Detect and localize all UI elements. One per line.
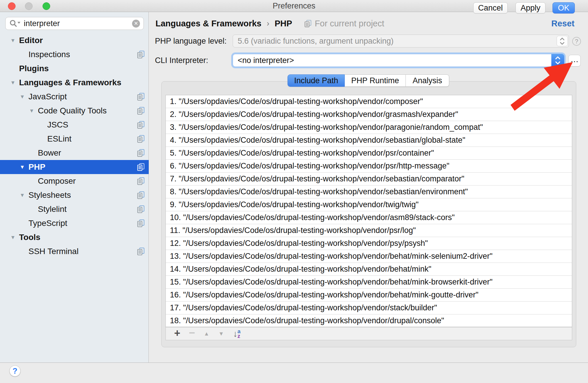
per-project-copy-icon <box>137 135 145 145</box>
include-path-row[interactable]: 9. "/Users/opdavies/Code/os/drupal-testi… <box>166 198 572 211</box>
language-level-label: PHP language level: <box>155 35 227 47</box>
sidebar-item-label: Inspections <box>28 50 70 59</box>
include-path-row[interactable]: 8. "/Users/opdavies/Code/os/drupal-testi… <box>166 185 572 198</box>
sidebar-item-label: Plugins <box>19 64 49 73</box>
sidebar-item-stylesheets[interactable]: ▼Stylesheets <box>0 188 149 202</box>
per-project-copy-icon <box>137 248 145 257</box>
sort-alphabetically-button[interactable]: ↓ a z <box>229 329 245 339</box>
include-path-row[interactable]: 13. "/Users/opdavies/Code/os/drupal-test… <box>166 250 572 263</box>
per-project-copy-icon <box>137 205 145 215</box>
add-path-button[interactable]: + <box>170 327 185 339</box>
tab-include-path[interactable]: Include Path <box>288 74 345 87</box>
footer-bar: ? <box>0 362 588 383</box>
include-path-row[interactable]: 18. "/Users/opdavies/Code/os/drupal-test… <box>166 314 572 327</box>
language-level-value: 5.6 (variadic functions, argument unpack… <box>238 37 393 45</box>
chevron-up-icon <box>560 38 565 41</box>
move-down-button: ▼ <box>214 331 229 337</box>
annotation-arrow <box>499 56 581 117</box>
sidebar-item-composer[interactable]: Composer <box>0 174 149 188</box>
settings-sidebar: interpreter ✕ ▼EditorInspections Plugins… <box>0 12 149 362</box>
include-path-row[interactable]: 16. "/Users/opdavies/Code/os/drupal-test… <box>166 289 572 302</box>
sidebar-item-label: PHP <box>28 162 45 172</box>
tab-php-runtime[interactable]: PHP Runtime <box>345 74 406 87</box>
sidebar-item-label: JavaScript <box>28 92 67 101</box>
tab-analysis[interactable]: Analysis <box>406 74 449 87</box>
move-up-button: ▲ <box>199 331 214 337</box>
per-project-copy-icon <box>137 219 145 229</box>
per-project-copy-icon <box>137 177 145 187</box>
search-value: interpreter <box>24 19 132 28</box>
collapse-arrow-icon[interactable]: ▼ <box>10 234 19 241</box>
collapse-arrow-icon[interactable]: ▼ <box>20 164 28 170</box>
cli-interpreter-label: CLI Interpreter: <box>155 54 208 67</box>
language-level-stepper[interactable] <box>557 36 568 46</box>
sidebar-item-ssh-terminal[interactable]: SSH Terminal <box>0 244 149 258</box>
reset-link[interactable]: Reset <box>551 19 575 28</box>
search-input[interactable]: interpreter ✕ <box>5 17 144 30</box>
per-project-copy-icon <box>137 191 145 201</box>
include-path-row[interactable]: 17. "/Users/opdavies/Code/os/drupal-test… <box>166 302 572 314</box>
sidebar-item-editor[interactable]: ▼Editor <box>0 33 149 47</box>
sidebar-item-eslint[interactable]: ESLint <box>0 132 149 146</box>
sidebar-item-label: Stylelint <box>38 205 67 214</box>
include-path-row[interactable]: 4. "/Users/opdavies/Code/os/drupal-testi… <box>166 134 572 147</box>
include-path-list: 1. "/Users/opdavies/Code/os/drupal-testi… <box>165 95 572 327</box>
include-path-row[interactable]: 11. "/Users/opdavies/Code/os/drupal-test… <box>166 224 572 237</box>
sidebar-item-bower[interactable]: Bower <box>0 146 149 160</box>
include-path-toolbar: + − ▲ ▼ ↓ a z <box>165 327 572 340</box>
sidebar-item-typescript[interactable]: TypeScript <box>0 216 149 230</box>
breadcrumb-current: PHP <box>275 19 292 28</box>
close-button[interactable] <box>8 2 16 10</box>
include-path-row[interactable]: 3. "/Users/opdavies/Code/os/drupal-testi… <box>166 121 572 134</box>
sidebar-item-inspections[interactable]: Inspections <box>0 47 149 62</box>
include-path-row[interactable]: 14. "/Users/opdavies/Code/os/drupal-test… <box>166 263 572 276</box>
collapse-arrow-icon[interactable]: ▼ <box>29 108 38 114</box>
cli-interpreter-value: <no interpreter> <box>238 56 294 65</box>
include-path-row[interactable]: 10. "/Users/opdavies/Code/os/drupal-test… <box>166 211 572 224</box>
sidebar-item-php[interactable]: ▼PHP <box>0 160 149 174</box>
include-path-row[interactable]: 12. "/Users/opdavies/Code/os/drupal-test… <box>166 237 572 250</box>
per-project-copy-icon <box>137 51 145 60</box>
sidebar-item-label: SSH Terminal <box>28 247 79 256</box>
ok-button[interactable]: OK <box>552 2 575 13</box>
collapse-arrow-icon[interactable]: ▼ <box>20 192 28 198</box>
sidebar-item-plugins[interactable]: Plugins <box>0 62 149 76</box>
sidebar-item-label: ESLint <box>47 134 72 144</box>
collapse-arrow-icon[interactable]: ▼ <box>10 80 19 86</box>
search-icon <box>9 19 21 28</box>
collapse-arrow-icon[interactable]: ▼ <box>20 94 28 100</box>
breadcrumb-separator: › <box>267 19 269 28</box>
breadcrumb-parent[interactable]: Languages & Frameworks <box>156 19 261 28</box>
language-level-select[interactable]: 5.6 (variadic functions, argument unpack… <box>233 35 569 47</box>
scope-indicator: For current project <box>304 19 384 28</box>
sidebar-item-label: Bower <box>38 148 61 158</box>
cancel-button[interactable]: Cancel <box>473 2 508 13</box>
sidebar-item-stylelint[interactable]: Stylelint <box>0 202 149 216</box>
sidebar-item-javascript[interactable]: ▼JavaScript <box>0 90 149 104</box>
include-path-row[interactable]: 6. "/Users/opdavies/Code/os/drupal-testi… <box>166 160 572 173</box>
sidebar-item-label: Code Quality Tools <box>38 106 107 115</box>
sidebar-item-code-quality-tools[interactable]: ▼Code Quality Tools <box>0 104 149 118</box>
include-path-row[interactable]: 15. "/Users/opdavies/Code/os/drupal-test… <box>166 276 572 289</box>
language-level-help-icon[interactable]: ? <box>572 37 581 46</box>
apply-button[interactable]: Apply <box>516 2 545 13</box>
include-path-row[interactable]: 5. "/Users/opdavies/Code/os/drupal-testi… <box>166 147 572 160</box>
sidebar-item-label: Languages & Frameworks <box>19 78 121 87</box>
sidebar-item-label: JSCS <box>47 120 68 130</box>
zoom-button[interactable] <box>43 2 50 10</box>
clear-search-icon[interactable]: ✕ <box>132 20 140 28</box>
collapse-arrow-icon[interactable]: ▼ <box>10 38 19 44</box>
php-settings-tabs: Include PathPHP RuntimeAnalysis <box>288 74 449 87</box>
sort-arrow-icon: ↓ <box>233 329 237 339</box>
include-path-row[interactable]: 7. "/Users/opdavies/Code/os/drupal-testi… <box>166 173 572 185</box>
breadcrumb: Languages & Frameworks › PHP For current… <box>156 17 384 30</box>
sidebar-item-tools[interactable]: ▼Tools <box>0 230 149 244</box>
sidebar-item-jscs[interactable]: JSCS <box>0 118 149 132</box>
sidebar-item-languages-frameworks[interactable]: ▼Languages & Frameworks <box>0 76 149 90</box>
sort-z-label: z <box>237 334 241 338</box>
sidebar-item-label: TypeScript <box>28 219 67 228</box>
help-button[interactable]: ? <box>9 365 21 377</box>
minimize-button[interactable] <box>25 2 33 10</box>
per-project-copy-icon <box>137 163 145 173</box>
scope-label: For current project <box>315 19 384 28</box>
